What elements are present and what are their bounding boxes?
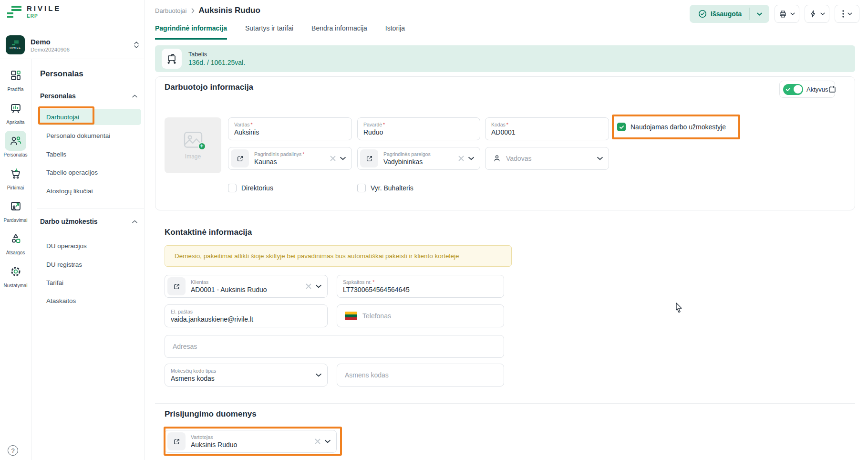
chevron-down-icon[interactable]	[316, 373, 321, 377]
section-title-kontaktine-informacija: Kontaktinė informacija	[165, 228, 252, 237]
active-toggle[interactable]	[783, 84, 803, 95]
sidebar-item-personalo-dokumentai[interactable]: Personalo dokumentai	[46, 131, 110, 140]
field-asmens-kodas[interactable]: Asmens kodas	[337, 364, 504, 387]
chevron-down-icon[interactable]	[340, 157, 346, 160]
rail-item-pradzia[interactable]: Pradžia	[0, 65, 31, 92]
rail-item-pardavimai[interactable]: Pardavimai	[0, 196, 31, 223]
field-saskaitos-nr[interactable]: Sąskaitos nr. LT7300654564564645	[337, 275, 504, 298]
sidebar-item-du-operacijos[interactable]: DU operacijos	[46, 241, 87, 251]
chevron-down-icon	[790, 12, 795, 15]
tab-sutartys-ir-tarifai[interactable]: Sutartys ir tarifai	[245, 24, 293, 40]
rail-item-personalas[interactable]: Personalas	[0, 131, 31, 157]
chevron-right-icon	[191, 8, 195, 13]
question-mark-icon: ?	[11, 447, 14, 454]
checkbox-vyr-buhalteris[interactable]: Vyr. Buhalteris	[357, 184, 413, 192]
company-selector[interactable]: RIVILE Demo Demo20240906	[6, 35, 139, 54]
sidebar-item-ataskaitos[interactable]: Ataskaitos	[46, 296, 76, 305]
sidebar-item-atostogu-likuciai[interactable]: Atostogų likučiai	[46, 186, 93, 196]
home-grid-icon	[5, 65, 26, 85]
rail-item-atsargos[interactable]: Atsargos	[0, 229, 31, 255]
open-link-icon[interactable]	[360, 149, 378, 167]
sidebar-section-divider	[37, 209, 144, 209]
active-toggle-box: Aktyvus	[779, 81, 835, 98]
chevron-down-icon[interactable]	[597, 157, 603, 160]
rail-item-nustatymai[interactable]: Nustatymai	[0, 261, 31, 288]
contact-warning-banner: Dėmesio, pakeitimai atlikti šioje skilty…	[165, 245, 512, 267]
employee-photo-upload[interactable]: + Image	[165, 117, 221, 173]
sidebar-item-tarifai[interactable]: Tarifai	[46, 278, 63, 287]
sidebar-divider	[144, 0, 145, 460]
more-actions-button[interactable]	[835, 5, 859, 23]
banner-title: Tabelis	[188, 51, 245, 58]
chevron-down-icon[interactable]	[468, 157, 474, 160]
expand-updown-icon[interactable]	[134, 41, 139, 49]
tab-pagrindine-informacija[interactable]: Pagrindinė informacija	[155, 24, 227, 40]
open-link-icon[interactable]	[231, 149, 249, 167]
board-chart-icon	[5, 98, 26, 118]
sidebar-section-darbo-uzmokestis[interactable]: Darbo užmokestis	[40, 218, 137, 225]
image-icon: +	[183, 131, 203, 148]
lightning-icon	[809, 10, 817, 18]
field-vadovas[interactable]: Vadovas	[485, 147, 609, 170]
checkbox-naudojamas-darbo-uzmokestyje[interactable]: Naudojamas darbo užmokestyje	[617, 123, 726, 131]
chevron-down-icon[interactable]	[750, 5, 769, 23]
field-kodas[interactable]: Kodas AD0001	[485, 117, 609, 140]
field-vartotojas[interactable]: Vartotojas Auksinis Ruduo	[165, 430, 337, 453]
open-link-icon[interactable]	[167, 277, 186, 295]
lithuania-flag-icon	[345, 312, 357, 320]
sidebar-item-darbuotojai[interactable]: Darbuotojai	[46, 112, 79, 122]
rail-item-pirkimai[interactable]: Pirkimai	[0, 164, 31, 190]
saved-button[interactable]: Išsaugota	[690, 5, 769, 23]
app-logo: RIVILE ERP	[7, 4, 61, 20]
section-title-prisijungimo-duomenys: Prisijungimo duomenys	[165, 409, 257, 419]
sidebar-item-tabelio-operacijos[interactable]: Tabelio operacijos	[46, 167, 98, 177]
company-name: Demo	[31, 38, 128, 46]
checkbox-unchecked-icon[interactable]	[228, 184, 237, 192]
banner-value[interactable]: 136d. / 1061.25val.	[188, 59, 245, 66]
clear-icon[interactable]	[306, 283, 311, 289]
tab-bendra-informacija[interactable]: Bendra informacija	[311, 24, 367, 40]
rail-item-apskaita[interactable]: Apskaita	[0, 98, 31, 125]
field-pagrindines-pareigos[interactable]: Pagrindinės pareigos Vadybininkas	[357, 147, 480, 170]
clear-icon[interactable]	[458, 156, 464, 161]
chevron-down-icon[interactable]	[316, 284, 321, 288]
page-title: Auksinis Ruduo	[199, 6, 260, 15]
breadcrumb-parent[interactable]: Darbuotojai	[155, 7, 187, 14]
add-photo-icon[interactable]: +	[198, 142, 206, 150]
chevron-up-icon[interactable]	[132, 94, 137, 98]
help-button[interactable]: ?	[8, 445, 18, 456]
chevron-up-icon[interactable]	[132, 220, 137, 223]
sidebar-item-tabelis[interactable]: Tabelis	[46, 149, 66, 159]
checkbox-unchecked-icon[interactable]	[357, 184, 366, 192]
checkbox-direktorius[interactable]: Direktorius	[228, 184, 273, 192]
sidebar-title: Personalas	[40, 69, 83, 79]
field-klientas[interactable]: Klientas AD0001 - Auksinis Ruduo	[165, 275, 328, 298]
printer-icon	[779, 10, 787, 18]
clear-icon[interactable]	[330, 156, 336, 161]
active-toggle-label: Aktyvus	[806, 86, 828, 93]
chevron-down-icon	[847, 12, 852, 15]
field-el-pastas[interactable]: El. paštas vaida.jankauskiene@rivile.lt	[165, 304, 328, 327]
sidebar-item-du-registras[interactable]: DU registras	[46, 260, 82, 269]
brand-name: RIVILE	[27, 4, 61, 12]
print-button[interactable]	[775, 5, 799, 23]
calendar-icon[interactable]	[828, 85, 836, 93]
chevron-down-icon[interactable]	[325, 439, 331, 443]
open-link-icon[interactable]	[167, 432, 186, 450]
shapes-icon	[5, 229, 26, 249]
company-avatar: RIVILE	[6, 35, 25, 54]
tab-istorija[interactable]: Istorija	[385, 24, 405, 40]
tabelis-banner[interactable]: Tabelis 136d. / 1061.25val.	[155, 45, 855, 72]
field-telefonas[interactable]: Telefonas	[337, 304, 504, 327]
field-mokesciu-kodo-tipas[interactable]: Mokesčių kodo tipas Asmens kodas	[165, 364, 328, 387]
checkbox-checked-icon[interactable]	[617, 123, 626, 131]
sidebar-section-personalas[interactable]: Personalas	[40, 92, 137, 100]
field-adresas[interactable]: Adresas	[165, 335, 504, 358]
field-pagrindinis-padalinys[interactable]: Pagrindinis padalinys Kaunas	[228, 147, 352, 170]
person-share-icon	[5, 196, 26, 216]
clear-icon[interactable]	[315, 439, 320, 444]
field-pavarde[interactable]: Pavardė Ruduo	[357, 117, 480, 140]
image-placeholder-label: Image	[185, 153, 201, 160]
field-vardas[interactable]: Vardas Auksinis	[228, 117, 352, 140]
automation-button[interactable]	[805, 5, 829, 23]
